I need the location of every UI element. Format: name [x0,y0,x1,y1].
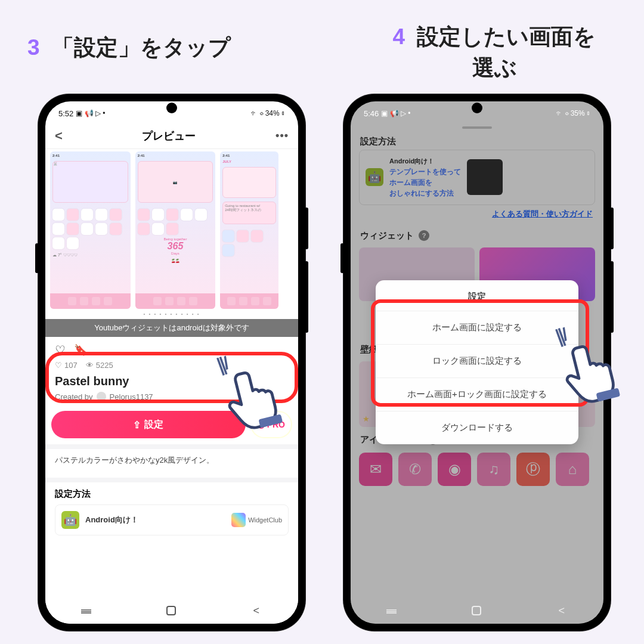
set-button[interactable]: ⇪ 設定 [51,411,246,438]
step3-text: 「設定」をタップ [52,35,231,60]
preview-page-3: 2:41 JULY Going to restaurant w/24時間フィット… [220,151,278,309]
view-count: 👁 5225 [86,361,113,370]
screen-choose-target: 5:46 ▣ 📢 ▷ • ᯤ ⊘ 35% ▯ 設定方法 🤖 Android向け！… [351,101,603,624]
preview-carousel[interactable]: 2:41 🐰 ☁ 7° ♡♡♡♡ 2:41 📷 Being tog [45,149,298,309]
theme-description: パステルカラーがさわやかなy2k風デザイン。 [45,449,298,472]
front-camera [166,103,177,113]
like-count: ♡ 107 [55,361,78,370]
upload-icon: ⇪ [133,419,141,431]
android-guide-card[interactable]: 🤖 Android向け！ WidgetClub [55,504,289,535]
setup-section: 設定方法 🤖 Android向け！ WidgetClub [45,482,298,539]
status-right-icons: ᯤ ⊘ 34% ▯ [250,109,285,117]
step4-number: 4 [393,24,405,49]
back-button-nav[interactable]: < [559,605,565,617]
platform-banner: Youtubeウィジェットはandroidは対象外です [45,319,298,337]
recents-button[interactable] [389,605,394,617]
step3-heading: 3 「設定」をタップ [27,32,231,63]
step4-heading: 4 設定したい画面を 選ぶ [360,21,628,83]
like-button[interactable]: ♡ [55,343,66,357]
status-time: 5:46 [364,109,379,118]
android-icon: 🤖 [61,511,79,529]
recents-button[interactable] [84,605,89,617]
preview-page-1: 2:41 🐰 ☁ 7° ♡♡♡♡ [50,151,131,309]
preview-page-2: 2:41 📷 Being together 365 Days 🍒🍒 [135,151,216,309]
set-target-dialog: 設定 ホーム画面に設定する ロック画面に設定する ホーム画面+ロック画面に設定す… [376,280,578,444]
theme-title: Pastel bunny [55,374,289,388]
bookmark-button[interactable]: 🔖 [74,343,87,357]
screen-preview: 5:52 ▣ 📢 ▷ • ᯤ ⊘ 34% ▯ < プレビュー ••• 2:41 … [45,101,298,624]
section-divider [45,444,298,449]
status-left-icons: ▣ 📢 ▷ • [76,109,105,117]
front-camera [472,103,482,113]
back-button[interactable]: < [55,128,63,144]
carousel-dots: • • • • • • • • • • • [45,309,298,319]
android-nav-bar: < [45,597,298,624]
pro-button[interactable]: ◉ PRO [250,411,292,438]
dialog-title: 設定 [376,280,578,311]
theme-info: ♡ 🔖 ♡ 107 👁 5225 Pastel bunny Created by… [45,337,298,404]
dialog-option-both[interactable]: ホーム画面+ロック画面に設定する [376,377,578,411]
step4-text: 設定したい画面を 選ぶ [417,24,596,80]
status-left-icons: ▣ 📢 ▷ • [381,109,410,117]
pro-badge-icon: ◉ [258,420,265,429]
dialog-option-home[interactable]: ホーム画面に設定する [376,311,578,344]
status-right-icons: ᯤ ⊘ 35% ▯ [556,109,590,117]
nav-header: < プレビュー ••• [45,123,298,149]
step3-number: 3 [27,35,40,60]
phone-mock-step4: 5:46 ▣ 📢 ▷ • ᯤ ⊘ 35% ▯ 設定方法 🤖 Android向け！… [343,94,611,631]
phone-mock-step3: 5:52 ▣ 📢 ▷ • ᯤ ⊘ 34% ▯ < プレビュー ••• 2:41 … [38,94,305,631]
nav-title: プレビュー [142,129,196,143]
android-nav-bar: < [351,597,603,624]
widgetclub-icon [231,513,246,527]
creator-name: Pelorus1137 [110,392,153,401]
section-divider [45,478,298,482]
more-button[interactable]: ••• [275,129,289,142]
back-button-nav[interactable]: < [253,605,260,617]
creator-row[interactable]: Created by Pelorus1137 [55,392,289,401]
status-time: 5:52 [58,109,73,118]
creator-avatar [97,392,106,401]
home-button[interactable] [472,606,481,615]
home-button[interactable] [166,606,176,615]
dialog-option-lock[interactable]: ロック画面に設定する [376,344,578,377]
dialog-option-download[interactable]: ダウンロードする [376,411,578,444]
set-button-row: ⇪ 設定 ◉ PRO [51,411,292,438]
